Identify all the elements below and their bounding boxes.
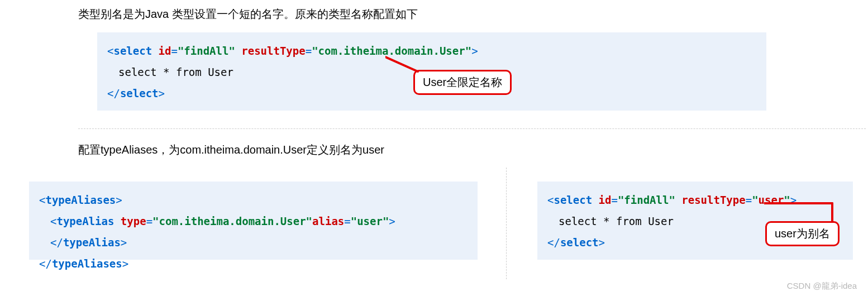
l2-open: < <box>50 215 56 227</box>
code-box-left: <typeAliases> <typeAlias type="com.ithei… <box>29 182 478 260</box>
l3-close: > <box>122 257 128 270</box>
tag-select: select <box>113 45 152 57</box>
watermark: CSDN @龍弟-idea <box>787 281 857 292</box>
r-eq1: = <box>611 194 617 206</box>
l2-eq2: = <box>344 215 350 227</box>
left-line-3: </typeAliases> <box>39 253 468 274</box>
open-bracket: < <box>107 45 113 57</box>
r-select: select <box>554 194 592 206</box>
l2-tag2: typeAlias <box>63 236 121 249</box>
close-end: > <box>159 87 165 99</box>
close-tag: select <box>120 87 159 99</box>
l3-tag: typeAliases <box>52 257 122 270</box>
l1-open: < <box>39 194 45 206</box>
close-open: </ <box>107 87 120 99</box>
l2-sp <box>114 215 120 227</box>
r-close-open: </ <box>547 236 560 249</box>
r-eq2: = <box>746 194 752 206</box>
space <box>235 45 241 57</box>
l1-tag: typeAliases <box>45 194 116 206</box>
r-body: select * from User <box>559 215 674 227</box>
eq2: = <box>306 45 312 57</box>
l1-close: > <box>116 194 122 206</box>
r-quote-open: " <box>752 194 758 206</box>
r-space <box>675 194 681 206</box>
l2-alias-attr: alias <box>312 215 344 227</box>
l2-type-attr: type <box>121 215 146 227</box>
r-id-val: "findAll" <box>618 194 675 206</box>
r-open-bracket: < <box>547 194 554 206</box>
callout-arrow-1 <box>385 56 425 73</box>
callout-1: User全限定名称 <box>413 70 512 95</box>
close-bracket: > <box>471 45 478 57</box>
attr-id: id <box>159 45 171 57</box>
attr-id-val: "findAll" <box>178 45 235 57</box>
l2-type-val: "com.itheima.domain.User" <box>152 215 312 227</box>
left-line-1: <typeAliases> <box>39 189 468 211</box>
callout-arrow-2 <box>764 201 837 223</box>
attr-resulttype-val: "com.itheima.domain.User" <box>312 45 471 57</box>
l2-tag: typeAlias <box>56 215 114 227</box>
l2-end: > <box>121 236 127 249</box>
vertical-divider <box>506 168 507 279</box>
r-id-attr: id <box>599 194 612 206</box>
section1-desc: 类型别名是为Java 类型设置一个短的名字。原来的类型名称配置如下 <box>78 7 418 22</box>
left-line-2: <typeAlias type="com.itheima.domain.User… <box>39 211 468 253</box>
section2-desc: 配置typeAliases，为com.itheima.domain.User定义… <box>78 142 384 157</box>
l3-open: </ <box>39 257 52 270</box>
eq1: = <box>171 45 177 57</box>
horizontal-divider <box>78 128 866 129</box>
code-body: select * from User <box>118 66 233 78</box>
l2-eq1: = <box>146 215 152 227</box>
attr-resulttype: resultType <box>241 45 305 57</box>
callout-2: user为别名 <box>765 221 840 246</box>
r-resulttype-attr: resultType <box>681 194 745 206</box>
code-line-1: <select id="findAll" resultType="com.ith… <box>107 40 756 61</box>
l2-alias-val: "user" <box>351 215 389 227</box>
r-close-end: > <box>599 236 605 249</box>
r-close-tag: select <box>560 236 599 249</box>
svg-line-0 <box>385 57 418 71</box>
